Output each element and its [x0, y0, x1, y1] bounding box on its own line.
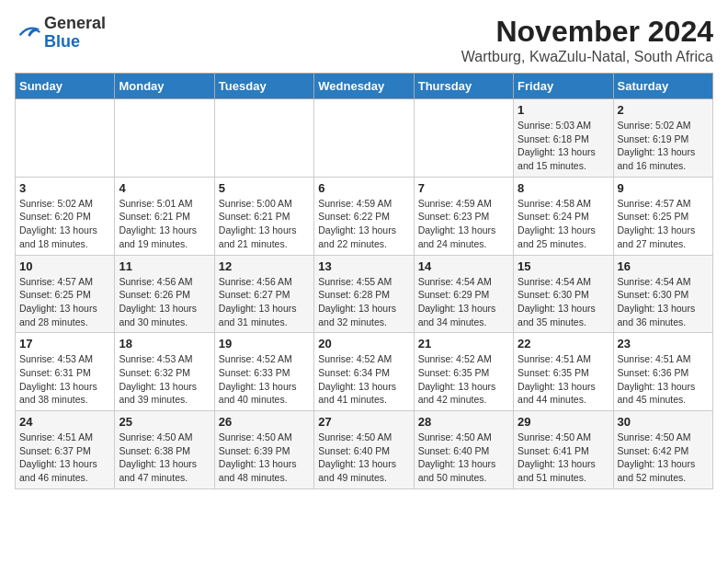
- calendar-cell: 17Sunrise: 4:53 AM Sunset: 6:31 PM Dayli…: [16, 333, 115, 411]
- day-info: Sunrise: 4:53 AM Sunset: 6:31 PM Dayligh…: [19, 352, 110, 407]
- day-info: Sunrise: 4:51 AM Sunset: 6:37 PM Dayligh…: [19, 431, 110, 485]
- day-info: Sunrise: 4:56 AM Sunset: 6:26 PM Dayligh…: [119, 275, 210, 329]
- calendar-cell: [314, 99, 414, 178]
- calendar-table: SundayMondayTuesdayWednesdayThursdayFrid…: [15, 73, 713, 489]
- day-number: 27: [318, 415, 409, 429]
- calendar-cell: 19Sunrise: 4:52 AM Sunset: 6:33 PM Dayli…: [214, 333, 313, 411]
- day-info: Sunrise: 4:57 AM Sunset: 6:25 PM Dayligh…: [618, 197, 709, 251]
- day-info: Sunrise: 4:50 AM Sunset: 6:40 PM Dayligh…: [418, 431, 509, 485]
- day-number: 13: [318, 259, 409, 273]
- calendar-cell: 7Sunrise: 4:59 AM Sunset: 6:23 PM Daylig…: [414, 177, 513, 255]
- calendar-cell: [16, 99, 115, 178]
- day-number: 28: [418, 415, 509, 429]
- calendar-cell: 10Sunrise: 4:57 AM Sunset: 6:25 PM Dayli…: [16, 255, 115, 333]
- month-title: November 2024: [461, 15, 713, 49]
- day-info: Sunrise: 4:58 AM Sunset: 6:24 PM Dayligh…: [518, 197, 609, 251]
- calendar-cell: 2Sunrise: 5:02 AM Sunset: 6:19 PM Daylig…: [613, 99, 712, 178]
- calendar-cell: 21Sunrise: 4:52 AM Sunset: 6:35 PM Dayli…: [414, 333, 513, 411]
- calendar-cell: 23Sunrise: 4:51 AM Sunset: 6:36 PM Dayli…: [613, 333, 712, 411]
- day-info: Sunrise: 4:51 AM Sunset: 6:36 PM Dayligh…: [618, 352, 709, 407]
- day-info: Sunrise: 4:50 AM Sunset: 6:38 PM Dayligh…: [119, 431, 210, 485]
- title-area: November 2024 Wartburg, KwaZulu-Natal, S…: [461, 15, 713, 65]
- calendar-body: 1Sunrise: 5:03 AM Sunset: 6:18 PM Daylig…: [16, 99, 713, 489]
- calendar-cell: 30Sunrise: 4:50 AM Sunset: 6:42 PM Dayli…: [613, 411, 712, 489]
- header-day-tuesday: Tuesday: [214, 74, 313, 99]
- header-day-wednesday: Wednesday: [314, 74, 414, 99]
- svg-rect-0: [15, 20, 40, 46]
- day-number: 6: [318, 181, 409, 195]
- day-number: 8: [518, 181, 609, 195]
- calendar-cell: 8Sunrise: 4:58 AM Sunset: 6:24 PM Daylig…: [514, 177, 613, 255]
- day-number: 16: [618, 259, 709, 273]
- day-number: 2: [618, 103, 709, 117]
- day-number: 5: [219, 181, 310, 195]
- header-day-sunday: Sunday: [16, 74, 115, 99]
- day-info: Sunrise: 4:52 AM Sunset: 6:33 PM Dayligh…: [219, 352, 310, 407]
- subtitle: Wartburg, KwaZulu-Natal, South Africa: [461, 49, 713, 65]
- header-day-monday: Monday: [115, 74, 214, 99]
- day-number: 23: [618, 337, 709, 350]
- day-info: Sunrise: 5:02 AM Sunset: 6:20 PM Dayligh…: [19, 197, 110, 251]
- day-info: Sunrise: 4:50 AM Sunset: 6:40 PM Dayligh…: [318, 431, 409, 485]
- week-row-2: 10Sunrise: 4:57 AM Sunset: 6:25 PM Dayli…: [16, 255, 713, 333]
- day-info: Sunrise: 4:52 AM Sunset: 6:35 PM Dayligh…: [418, 352, 509, 407]
- day-info: Sunrise: 4:59 AM Sunset: 6:23 PM Dayligh…: [418, 197, 509, 251]
- day-info: Sunrise: 4:50 AM Sunset: 6:42 PM Dayligh…: [618, 431, 709, 485]
- week-row-1: 3Sunrise: 5:02 AM Sunset: 6:20 PM Daylig…: [16, 177, 713, 255]
- day-number: 15: [518, 259, 609, 273]
- day-info: Sunrise: 4:54 AM Sunset: 6:30 PM Dayligh…: [618, 275, 709, 329]
- day-info: Sunrise: 4:50 AM Sunset: 6:41 PM Dayligh…: [518, 431, 609, 485]
- logo-general: General: [44, 14, 106, 32]
- day-info: Sunrise: 4:56 AM Sunset: 6:27 PM Dayligh…: [219, 275, 310, 329]
- day-number: 10: [19, 259, 110, 273]
- calendar-cell: 3Sunrise: 5:02 AM Sunset: 6:20 PM Daylig…: [16, 177, 115, 255]
- calendar-cell: 29Sunrise: 4:50 AM Sunset: 6:41 PM Dayli…: [514, 411, 613, 489]
- day-info: Sunrise: 4:59 AM Sunset: 6:22 PM Dayligh…: [318, 197, 409, 251]
- logo: General Blue: [15, 15, 106, 52]
- calendar-cell: 14Sunrise: 4:54 AM Sunset: 6:29 PM Dayli…: [414, 255, 513, 333]
- day-number: 20: [318, 337, 409, 350]
- header: General Blue November 2024 Wartburg, Kwa…: [15, 15, 713, 65]
- day-number: 26: [219, 415, 310, 429]
- calendar-cell: 12Sunrise: 4:56 AM Sunset: 6:27 PM Dayli…: [214, 255, 313, 333]
- logo-icon: [15, 20, 40, 46]
- day-info: Sunrise: 5:03 AM Sunset: 6:18 PM Dayligh…: [518, 119, 609, 173]
- calendar-cell: 27Sunrise: 4:50 AM Sunset: 6:40 PM Dayli…: [314, 411, 414, 489]
- day-number: 18: [119, 337, 210, 350]
- calendar-cell: [214, 99, 313, 178]
- calendar-cell: 15Sunrise: 4:54 AM Sunset: 6:30 PM Dayli…: [514, 255, 613, 333]
- header-day-friday: Friday: [514, 74, 613, 99]
- day-number: 22: [518, 337, 609, 350]
- day-number: 21: [418, 337, 509, 350]
- day-number: 12: [219, 259, 310, 273]
- day-info: Sunrise: 5:00 AM Sunset: 6:21 PM Dayligh…: [219, 197, 310, 251]
- header-row: SundayMondayTuesdayWednesdayThursdayFrid…: [16, 74, 713, 99]
- day-number: 25: [119, 415, 210, 429]
- calendar-cell: [414, 99, 513, 178]
- day-number: 17: [19, 337, 110, 350]
- day-info: Sunrise: 4:51 AM Sunset: 6:35 PM Dayligh…: [518, 352, 609, 407]
- week-row-0: 1Sunrise: 5:03 AM Sunset: 6:18 PM Daylig…: [16, 99, 713, 178]
- calendar-cell: 4Sunrise: 5:01 AM Sunset: 6:21 PM Daylig…: [115, 177, 214, 255]
- day-info: Sunrise: 4:52 AM Sunset: 6:34 PM Dayligh…: [318, 352, 409, 407]
- calendar-cell: 9Sunrise: 4:57 AM Sunset: 6:25 PM Daylig…: [613, 177, 712, 255]
- day-number: 30: [618, 415, 709, 429]
- calendar-cell: 18Sunrise: 4:53 AM Sunset: 6:32 PM Dayli…: [115, 333, 214, 411]
- calendar-cell: 20Sunrise: 4:52 AM Sunset: 6:34 PM Dayli…: [314, 333, 414, 411]
- calendar-cell: 25Sunrise: 4:50 AM Sunset: 6:38 PM Dayli…: [115, 411, 214, 489]
- day-number: 24: [19, 415, 110, 429]
- day-number: 3: [19, 181, 110, 195]
- day-number: 4: [119, 181, 210, 195]
- day-number: 19: [219, 337, 310, 350]
- calendar-cell: 22Sunrise: 4:51 AM Sunset: 6:35 PM Dayli…: [514, 333, 613, 411]
- calendar-cell: 1Sunrise: 5:03 AM Sunset: 6:18 PM Daylig…: [514, 99, 613, 178]
- day-info: Sunrise: 4:53 AM Sunset: 6:32 PM Dayligh…: [119, 352, 210, 407]
- calendar-cell: 11Sunrise: 4:56 AM Sunset: 6:26 PM Dayli…: [115, 255, 214, 333]
- day-number: 11: [119, 259, 210, 273]
- day-info: Sunrise: 4:57 AM Sunset: 6:25 PM Dayligh…: [19, 275, 110, 329]
- day-number: 7: [418, 181, 509, 195]
- calendar-header: SundayMondayTuesdayWednesdayThursdayFrid…: [16, 74, 713, 99]
- logo-blue: Blue: [44, 32, 80, 51]
- logo-text: General Blue: [44, 15, 106, 52]
- day-number: 1: [518, 103, 609, 117]
